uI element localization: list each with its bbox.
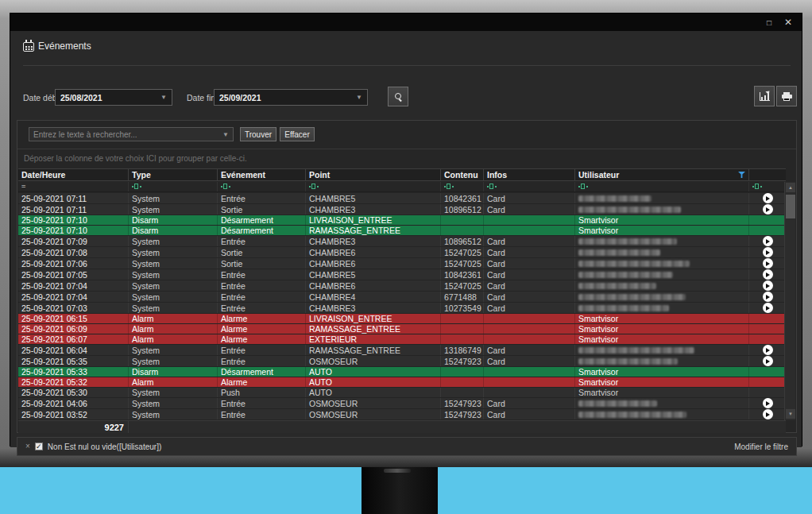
column-header-type[interactable]: Type — [129, 169, 218, 180]
column-header-date-heure[interactable]: Date/Heure — [18, 169, 129, 180]
play-media-button[interactable] — [763, 280, 773, 291]
play-media-button[interactable] — [763, 193, 773, 203]
cell-user — [575, 269, 749, 280]
scroll-up-icon[interactable]: ▲ — [786, 183, 795, 192]
table-row[interactable]: 25-09-2021 07:08SystemSortieCHAMBRE61524… — [18, 247, 786, 258]
table-row[interactable]: 25-09-2021 05:33DisarmDésarmementAUTOSma… — [18, 367, 786, 377]
auto-filter-cell[interactable] — [441, 182, 484, 191]
vertical-scrollbar[interactable]: ▲ ▼ — [784, 182, 795, 420]
table-row[interactable]: 25-09-2021 06:09AlarmAlarmeRAMASSAGE_ENT… — [18, 324, 786, 334]
search-button[interactable] — [388, 87, 408, 106]
cell-type: System — [129, 204, 218, 214]
table-row[interactable]: 25-09-2021 07:11SystemSortieCHAMBRE31089… — [18, 204, 786, 215]
date-end-combo[interactable]: 25/09/2021 ▼ — [214, 89, 368, 106]
column-header-contenu[interactable]: Contenu — [441, 169, 484, 180]
cell-actions — [749, 215, 786, 225]
column-header-ev-nement[interactable]: Evénement — [218, 169, 306, 180]
table-row[interactable]: 25-09-2021 07:10DisarmDésarmementLIVRAIS… — [18, 215, 786, 226]
find-button[interactable]: Trouver — [240, 127, 276, 141]
grid-search-input[interactable]: Entrez le texte à rechercher... ▼ — [29, 127, 234, 141]
play-media-button[interactable] — [763, 303, 773, 313]
scroll-down-icon[interactable]: ▼ — [786, 409, 795, 419]
cell-contenu: 15247923 — [441, 356, 484, 366]
date-start-combo[interactable]: 25/08/2021 ▼ — [55, 89, 172, 106]
play-media-button[interactable] — [763, 292, 773, 302]
cell-datetime: 25-09-2021 07:06 — [18, 258, 129, 269]
table-row[interactable]: 25-09-2021 06:07AlarmAlarmeEXTERIEURSmar… — [18, 334, 786, 345]
auto-filter-cell[interactable] — [306, 182, 441, 191]
printer-icon — [782, 92, 792, 101]
auto-filter-cell[interactable] — [484, 182, 575, 191]
cell-point: RAMASSAGE_ENTREE — [306, 226, 441, 235]
play-media-button[interactable] — [763, 269, 773, 280]
auto-filter-cell[interactable] — [749, 182, 786, 191]
auto-filter-cell[interactable] — [218, 182, 306, 191]
cell-type: Alarm — [129, 314, 218, 323]
cell-datetime: 25-09-2021 07:04 — [18, 292, 129, 302]
table-row[interactable]: 25-09-2021 07:09SystemEntréeCHAMBRE31089… — [18, 236, 786, 247]
edit-filter-link[interactable]: Modifier le filtre — [734, 443, 788, 451]
table-row[interactable]: 25-09-2021 07:05SystemEntréeCHAMBRE51084… — [18, 269, 786, 280]
contains-operator-icon — [221, 184, 230, 190]
cell-user: Smartvisor — [575, 226, 749, 235]
window-titlebar: □ ✕ — [10, 14, 802, 31]
table-row[interactable]: 25-09-2021 07:04SystemEntréeCHAMBRE46771… — [18, 292, 786, 303]
auto-filter-cell[interactable] — [575, 182, 749, 191]
cell-event: Alarme — [218, 324, 306, 334]
table-row[interactable]: 25-09-2021 06:04SystemEntréeRAMASSAGE_EN… — [18, 345, 786, 356]
table-row[interactable]: 25-09-2021 03:52SystemEntréeOSMOSEUR1524… — [18, 409, 786, 420]
table-row[interactable]: 25-09-2021 07:04SystemEntréeCHAMBRE61524… — [18, 280, 786, 292]
cell-actions — [749, 204, 786, 214]
table-row[interactable]: 25-09-2021 05:30SystemPushAUTOSmartvisor — [18, 388, 786, 398]
maximize-button[interactable]: □ — [760, 16, 778, 29]
table-row[interactable]: 25-09-2021 07:10DisarmDésarmementRAMASSA… — [18, 226, 786, 236]
column-header-point[interactable]: Point — [306, 169, 441, 180]
column-header-utilisateur[interactable]: Utilisateur — [575, 169, 749, 180]
cell-contenu — [441, 334, 484, 344]
cell-actions — [749, 409, 786, 419]
close-button[interactable]: ✕ — [779, 16, 797, 29]
contains-operator-icon — [132, 184, 141, 190]
play-media-button[interactable] — [763, 345, 773, 355]
play-media-button[interactable] — [763, 398, 773, 408]
scrollbar-thumb[interactable] — [786, 195, 795, 218]
table-row[interactable]: 25-09-2021 04:06SystemEntréeOSMOSEUR1524… — [18, 398, 786, 409]
filter-checkbox[interactable]: ✓ — [35, 443, 43, 450]
play-media-button[interactable] — [763, 258, 773, 269]
table-row[interactable]: 25-09-2021 07:03SystemEntréeCHAMBRE31027… — [18, 303, 786, 314]
cell-event: Sortie — [218, 258, 306, 269]
redacted-user-name — [578, 400, 657, 407]
date-end-value: 25/09/2021 — [219, 93, 261, 102]
table-row[interactable]: 25-09-2021 05:35SystemEntréeOSMOSEUR1524… — [18, 356, 786, 367]
print-button[interactable] — [776, 86, 797, 106]
remove-filter-button[interactable]: × — [25, 443, 30, 450]
cell-datetime: 25-09-2021 07:11 — [18, 204, 129, 214]
redacted-user-name — [578, 305, 669, 311]
play-media-button[interactable] — [763, 236, 773, 246]
play-media-button[interactable] — [763, 247, 773, 257]
clear-button[interactable]: Effacer — [280, 127, 315, 141]
cell-contenu: 10842361 — [441, 269, 484, 280]
cell-infos — [484, 334, 575, 344]
auto-filter-cell[interactable] — [129, 182, 218, 191]
table-row[interactable]: 25-09-2021 07:06SystemSortieCHAMBRE61524… — [18, 258, 786, 269]
cell-actions — [749, 247, 786, 257]
table-row[interactable]: 25-09-2021 06:15AlarmAlarmeLIVRAISON_ENT… — [18, 314, 786, 324]
table-row[interactable]: 25-09-2021 07:11SystemEntréeCHAMBRE51084… — [18, 193, 786, 204]
cell-type: System — [129, 356, 218, 366]
play-media-button[interactable] — [763, 204, 773, 214]
cell-actions — [749, 398, 786, 408]
column-header-infos[interactable]: Infos — [484, 169, 575, 180]
stats-button[interactable] — [754, 86, 775, 106]
cell-user: Smartvisor — [575, 377, 749, 387]
active-filter-funnel-icon[interactable] — [738, 172, 745, 178]
table-row[interactable]: 25-09-2021 05:32AlarmAlarmeAUTOSmartviso… — [18, 377, 786, 388]
play-media-button[interactable] — [763, 356, 773, 366]
cell-event: Entrée — [218, 345, 306, 355]
play-media-button[interactable] — [763, 409, 773, 419]
cell-actions — [749, 314, 786, 323]
cell-user: Smartvisor — [575, 215, 749, 225]
monitor-stand — [362, 466, 438, 514]
auto-filter-cell[interactable]: = — [18, 182, 129, 191]
cell-datetime: 25-09-2021 05:33 — [18, 367, 129, 377]
